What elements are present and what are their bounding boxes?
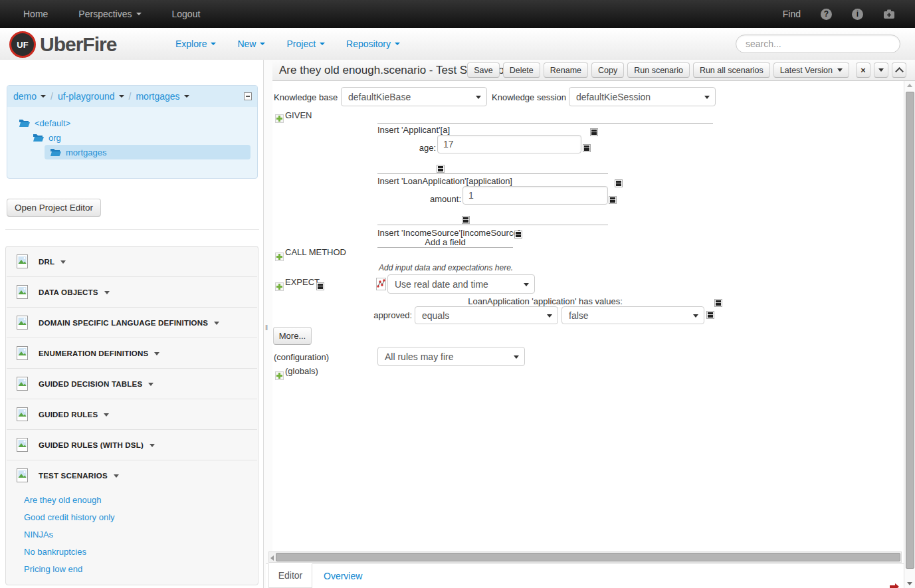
scroll-left-arrow-icon[interactable] bbox=[270, 555, 274, 561]
tab-overview[interactable]: Overview bbox=[324, 564, 362, 588]
menu-explore[interactable]: Explore bbox=[175, 39, 216, 49]
add-given-button[interactable] bbox=[275, 114, 284, 122]
brand-bar: UF UberFire Explore New Project Reposito… bbox=[0, 28, 915, 60]
scroll-down-arrow-icon[interactable] bbox=[907, 582, 912, 585]
info-icon[interactable]: i bbox=[852, 9, 863, 20]
document-image-icon bbox=[15, 284, 31, 300]
collapse-tree-icon[interactable] bbox=[244, 92, 252, 100]
section-guided-rules[interactable]: GUIDED RULES bbox=[6, 399, 258, 429]
add-expect-button[interactable] bbox=[275, 282, 284, 290]
date-mode-select[interactable]: Use real date and time bbox=[387, 274, 535, 294]
chevron-down-icon bbox=[148, 383, 153, 386]
divider bbox=[377, 173, 608, 174]
knowledge-base-label: Knowledge base bbox=[274, 92, 338, 102]
operator-select[interactable]: equals bbox=[415, 306, 558, 324]
search-input[interactable] bbox=[736, 35, 900, 53]
menu-repository[interactable]: Repository bbox=[346, 39, 400, 49]
fact-header: Insert 'Applicant'[a] bbox=[377, 125, 450, 135]
expected-value-select[interactable]: false bbox=[561, 306, 704, 324]
document-image-icon bbox=[15, 437, 31, 453]
maximize-panel-button[interactable] bbox=[892, 62, 906, 78]
run-all-scenarios-button[interactable]: Run all scenarios bbox=[693, 62, 770, 78]
knowledge-session-select[interactable]: defaultKieSession bbox=[569, 87, 716, 106]
panel-splitter[interactable]: ‖ bbox=[264, 60, 272, 588]
remove-expect-button[interactable] bbox=[316, 282, 324, 290]
panel-menu-button[interactable] bbox=[874, 62, 888, 78]
vertical-scroll-thumb[interactable] bbox=[906, 92, 914, 569]
scenario-link-ninjas[interactable]: NINJAs bbox=[24, 526, 258, 543]
section-guided-decision-tables[interactable]: GUIDED DECISION TABLES bbox=[6, 369, 258, 399]
amount-field-input[interactable] bbox=[462, 186, 608, 205]
document-image-icon bbox=[15, 376, 31, 392]
remove-row-button[interactable] bbox=[437, 165, 445, 173]
nav-logout[interactable]: Logout bbox=[172, 0, 201, 28]
section-data-objects[interactable]: DATA OBJECTS bbox=[6, 277, 258, 307]
rename-button[interactable]: Rename bbox=[544, 62, 588, 78]
breadcrumb-repository[interactable]: uf-playground bbox=[58, 91, 115, 102]
operator-value: equals bbox=[422, 310, 449, 321]
breadcrumb-org-unit[interactable]: demo bbox=[13, 91, 37, 102]
copy-button[interactable]: Copy bbox=[591, 62, 624, 78]
chevron-down-icon bbox=[60, 260, 66, 264]
menu-project[interactable]: Project bbox=[286, 39, 325, 49]
scenario-link-no-bankruptcies[interactable]: No bankruptcies bbox=[24, 543, 258, 561]
remove-field-button[interactable] bbox=[583, 144, 591, 152]
scenario-link-good-credit-history-only[interactable]: Good credit history only bbox=[24, 509, 258, 526]
asset-accordion: DRL DATA OBJECTS DOMAIN SPECIFIC LANGUAG… bbox=[5, 246, 258, 585]
breadcrumb: demo / uf-playground / mortgages bbox=[7, 86, 257, 107]
section-enumeration-definitions[interactable]: ENUMERATION DEFINITIONS bbox=[6, 338, 258, 368]
divider bbox=[5, 229, 259, 230]
configuration-label: (configuration) bbox=[274, 352, 329, 362]
section-label: DATA OBJECTS bbox=[39, 288, 98, 296]
fact-header: Insert 'LoanApplication'[application] bbox=[377, 176, 512, 186]
divider bbox=[377, 225, 608, 225]
splitter-grip[interactable]: ‖ bbox=[265, 324, 268, 332]
scenario-link-are-they-old-enough[interactable]: Are they old enough bbox=[24, 492, 258, 509]
close-editor-button[interactable]: × bbox=[856, 62, 870, 78]
age-field-input[interactable] bbox=[437, 135, 581, 153]
scenario-link-pricing-low-end[interactable]: Pricing low end bbox=[24, 561, 258, 578]
nav-perspectives[interactable]: Perspectives bbox=[78, 0, 141, 28]
save-button[interactable]: Save bbox=[467, 62, 500, 78]
section-guided-rules-with-dsl[interactable]: GUIDED RULES (WITH DSL) bbox=[6, 430, 258, 460]
section-dsl-definitions[interactable]: DOMAIN SPECIFIC LANGUAGE DEFINITIONS bbox=[6, 308, 258, 338]
add-a-field-link[interactable]: Add a field bbox=[377, 237, 513, 247]
globals-label: (globals) bbox=[285, 366, 318, 376]
section-drl[interactable]: DRL bbox=[6, 246, 258, 276]
tab-editor[interactable]: Editor bbox=[268, 563, 312, 588]
breadcrumb-separator: / bbox=[51, 91, 53, 102]
add-call-method-button[interactable] bbox=[275, 252, 284, 260]
remove-fact-button[interactable] bbox=[590, 128, 598, 136]
top-navbar: Home Perspectives Logout Find ? i bbox=[0, 0, 915, 28]
horizontal-scrollbar[interactable] bbox=[268, 551, 902, 563]
remove-fact-button[interactable] bbox=[615, 179, 623, 187]
document-image-icon bbox=[15, 345, 31, 361]
horizontal-scroll-thumb[interactable] bbox=[276, 553, 900, 561]
rule-config-select[interactable]: All rules may fire bbox=[377, 347, 525, 366]
remove-row-button[interactable] bbox=[462, 216, 470, 224]
remove-fact-button[interactable] bbox=[514, 231, 522, 239]
run-scenario-button[interactable]: Run scenario bbox=[627, 62, 690, 78]
breadcrumb-project[interactable]: mortgages bbox=[136, 91, 179, 102]
open-project-editor-button[interactable]: Open Project Editor bbox=[7, 199, 101, 217]
scroll-up-arrow-icon[interactable] bbox=[907, 84, 912, 87]
more-button[interactable]: More... bbox=[273, 327, 312, 345]
menu-new-label: New bbox=[237, 39, 256, 49]
add-global-button[interactable] bbox=[275, 371, 284, 379]
tree-item-mortgages-selected[interactable]: mortgages bbox=[45, 145, 251, 159]
tree-item-org[interactable]: org bbox=[7, 130, 257, 145]
remove-field-button[interactable] bbox=[609, 196, 617, 204]
delete-button[interactable]: Delete bbox=[503, 62, 540, 78]
nav-find[interactable]: Find bbox=[783, 0, 801, 28]
screen-capture-icon[interactable] bbox=[883, 9, 895, 19]
remove-expect-field-button[interactable] bbox=[706, 311, 714, 319]
nav-home[interactable]: Home bbox=[23, 0, 48, 28]
version-dropdown-button[interactable]: Latest Version bbox=[773, 62, 849, 78]
tree-item-default[interactable]: <default> bbox=[7, 116, 257, 130]
remove-expectation-button[interactable] bbox=[714, 299, 722, 307]
help-icon[interactable]: ? bbox=[821, 9, 832, 20]
vertical-scrollbar[interactable] bbox=[904, 81, 915, 588]
knowledge-base-select[interactable]: defaultKieBase bbox=[341, 87, 487, 106]
menu-new[interactable]: New bbox=[237, 39, 265, 49]
section-test-scenarios[interactable]: TEST SCENARIOS bbox=[6, 460, 258, 490]
